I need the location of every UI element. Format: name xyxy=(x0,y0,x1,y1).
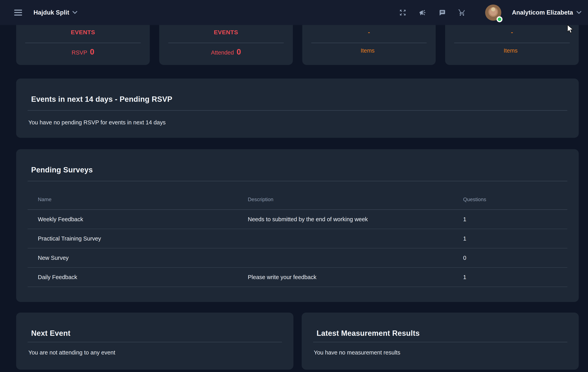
stat-sub-label: Items xyxy=(361,47,375,54)
divider xyxy=(313,342,567,342)
bottom-row: Next Event You are not attending to any … xyxy=(16,312,579,370)
fullscreen-button[interactable] xyxy=(399,9,407,17)
stat-value: RSVP 0 xyxy=(16,47,150,56)
survey-name: Daily Feedback xyxy=(28,274,248,281)
user-name: Analyticom Elizabeta xyxy=(512,9,573,16)
next-event-empty-message: You are not attending to any event xyxy=(28,349,281,356)
stat-label: - xyxy=(445,29,579,36)
survey-name: New Survey xyxy=(28,255,248,261)
megaphone-icon xyxy=(419,9,426,16)
stat-sub-label: Attended xyxy=(211,50,234,56)
stat-number: 0 xyxy=(237,47,241,56)
survey-name: Weekly Feedback xyxy=(28,216,248,223)
survey-questions: 0 xyxy=(463,255,567,261)
next-event-title: Next Event xyxy=(31,329,278,338)
stat-sub-label: Items xyxy=(504,47,518,54)
table-row-weekly-feedback[interactable]: Weekly Feedback Needs to submitted by th… xyxy=(28,210,567,229)
column-header-description: Description xyxy=(248,196,463,202)
survey-questions: 1 xyxy=(463,216,567,223)
top-navbar: Hajduk Split xyxy=(0,0,588,25)
divider xyxy=(25,43,141,43)
stat-label: EVENTS xyxy=(159,29,293,36)
latest-measurements-title: Latest Measurement Results xyxy=(317,329,564,338)
user-menu[interactable]: Analyticom Elizabeta xyxy=(512,9,581,16)
divider xyxy=(28,342,282,342)
online-status-dot xyxy=(497,16,503,22)
surveys-table-header: Name Description Questions xyxy=(28,181,567,210)
navbar-actions: Analyticom Elizabeta xyxy=(399,5,581,21)
table-row-daily-feedback[interactable]: Daily Feedback Please write your feedbac… xyxy=(28,268,567,287)
pending-rsvp-empty-message: You have no pending RSVP for events in n… xyxy=(28,119,567,126)
club-name: Hajduk Split xyxy=(33,9,69,16)
dashboard-content: EVENTS RSVP 0 EVENTS Attended 0 - xyxy=(0,0,588,372)
menu-icon[interactable] xyxy=(14,10,22,16)
divider xyxy=(454,43,570,43)
stat-value: Items xyxy=(302,47,436,54)
stat-value: Attended 0 xyxy=(159,47,293,56)
stat-label: - xyxy=(302,29,436,36)
divider xyxy=(311,43,427,43)
chevron-down-icon xyxy=(73,11,77,14)
fullscreen-icon xyxy=(399,9,407,16)
divider xyxy=(168,43,284,43)
chevron-down-icon xyxy=(577,11,581,14)
latest-measurements-card: Latest Measurement Results You have no m… xyxy=(302,312,579,370)
stat-number: 0 xyxy=(90,47,94,56)
survey-description: Needs to submitted by the end of working… xyxy=(248,216,463,223)
cart-icon xyxy=(458,9,466,16)
stat-label: EVENTS xyxy=(16,29,150,36)
next-event-card: Next Event You are not attending to any … xyxy=(16,312,294,370)
stat-value: Items xyxy=(445,47,579,54)
pending-surveys-title: Pending Surveys xyxy=(31,165,564,174)
survey-name: Practical Training Survey xyxy=(28,235,248,242)
shop-button[interactable] xyxy=(458,9,466,17)
pending-surveys-card: Pending Surveys Name Description Questio… xyxy=(16,149,579,302)
pending-rsvp-title: Events in next 14 days - Pending RSVP xyxy=(31,95,564,104)
messages-button[interactable] xyxy=(438,9,446,17)
user-avatar-wrap[interactable] xyxy=(485,5,501,21)
club-selector[interactable]: Hajduk Split xyxy=(33,9,77,16)
pending-rsvp-card: Events in next 14 days - Pending RSVP Yo… xyxy=(16,79,579,138)
surveys-table: Name Description Questions Weekly Feedba… xyxy=(28,181,567,287)
chat-icon xyxy=(439,9,446,16)
dashboard-screen: EVENTS RSVP 0 EVENTS Attended 0 - xyxy=(0,0,588,372)
column-header-questions: Questions xyxy=(463,196,567,202)
survey-questions: 1 xyxy=(463,274,567,281)
table-row-practical-training-survey[interactable]: Practical Training Survey 1 xyxy=(28,229,567,248)
survey-description: Please write your feedback xyxy=(248,274,463,281)
divider xyxy=(28,110,567,111)
table-row-new-survey[interactable]: New Survey 0 xyxy=(28,248,567,268)
column-header-name: Name xyxy=(28,196,248,202)
announcements-button[interactable] xyxy=(419,9,426,17)
latest-measurements-empty-message: You have no measurement results xyxy=(314,349,567,356)
stat-sub-label: RSVP xyxy=(72,50,87,56)
survey-questions: 1 xyxy=(463,235,567,242)
